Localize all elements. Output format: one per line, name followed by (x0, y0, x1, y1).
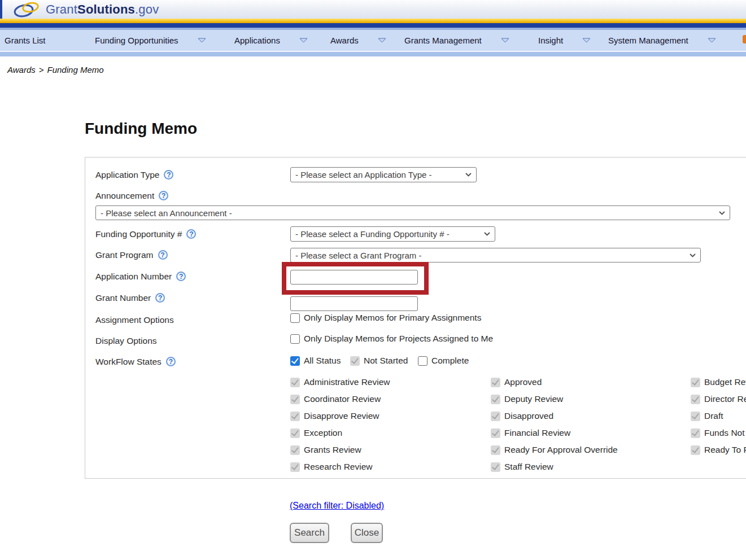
announcement-select[interactable]: - Please select an Announcement - (95, 205, 730, 220)
application-type-label-row: Application Type ? (95, 169, 173, 180)
checkbox-disabled (691, 445, 700, 455)
projects-assigned-option: Only Display Memos for Projects Assigned… (290, 334, 493, 344)
checkbox-projects-assigned[interactable] (290, 334, 300, 344)
nav-funding-opportunities[interactable]: Funding Opportunities (95, 30, 206, 51)
workflow-state-item: Director Review (691, 394, 746, 404)
checkbox-disabled (691, 378, 700, 387)
checkbox-disabled (290, 412, 300, 421)
breadcrumb-current: Funding Memo (47, 65, 104, 75)
breadcrumb: Awards > Funding Memo (7, 65, 104, 75)
help-icon[interactable]: ? (186, 229, 196, 239)
breadcrumb-awards[interactable]: Awards (7, 65, 36, 75)
display-options-label: Display Options (95, 335, 157, 346)
dropdown-arrow-icon (582, 38, 591, 43)
breadcrumb-separator: > (39, 65, 44, 75)
grantsolutions-logo[interactable]: GrantSolutions.gov (12, 1, 159, 19)
checkbox-disabled (290, 428, 300, 438)
help-icon[interactable]: ? (166, 357, 176, 366)
chevron-down-icon (484, 232, 490, 236)
workflow-state-item: Coordinator Review (290, 394, 381, 404)
checkbox-disabled (691, 412, 700, 421)
checkbox-disabled (491, 395, 500, 404)
nav-grants-list[interactable]: Grants List (5, 30, 46, 51)
grant-program-label-row: Grant Program ? (95, 250, 168, 260)
funding-opportunity-select[interactable]: - Please select a Funding Opportunity # … (290, 226, 495, 242)
workflow-states-label-row: WorkFlow States ? (95, 356, 176, 367)
application-number-input[interactable] (290, 270, 418, 285)
workflow-state-item: Administrative Review (290, 377, 390, 387)
workflow-state-item: Draft (691, 411, 723, 421)
page-title: Funding Memo (85, 120, 197, 138)
dropdown-arrow-icon (708, 38, 716, 43)
application-type-select[interactable]: - Please select an Application Type - (290, 167, 477, 182)
help-icon[interactable]: ? (164, 170, 173, 180)
application-number-label-row: Application Number ? (95, 271, 186, 282)
close-button[interactable]: Close (351, 523, 383, 543)
logo-text: GrantSolutions.gov (46, 2, 159, 17)
header-left-edge (0, 0, 2, 19)
assignment-options-label: Assignment Options (95, 314, 174, 325)
announcement-label-row: Announcement ? (95, 190, 168, 201)
nav-insight[interactable]: Insight (538, 30, 591, 51)
primary-assignments-option: Only Display Memos for Primary Assignmen… (290, 313, 481, 323)
workflow-state-item: Ready To Fund (691, 445, 746, 455)
checkbox-disabled (290, 395, 300, 404)
workflow-state-item: Ready For Approval Override (491, 445, 618, 455)
chevron-down-icon (690, 253, 696, 257)
workflow-state-item: Budget Review (691, 377, 746, 387)
help-icon[interactable]: ? (159, 191, 168, 200)
grant-program-select[interactable]: - Please select a Grant Program - (290, 248, 701, 262)
nav-system-management[interactable]: System Management (608, 30, 716, 51)
logo-ellipses-icon (12, 1, 42, 18)
workflow-state-item: Approved (491, 377, 542, 387)
search-filter-link[interactable]: (Search filter: Disabled) (290, 501, 384, 511)
grant-number-label-row: Grant Number ? (95, 292, 165, 303)
checkbox-not-started (350, 356, 360, 366)
checkbox-disabled (290, 378, 300, 387)
workflow-state-item: Deputy Review (491, 394, 563, 404)
status-complete: Complete (418, 356, 469, 366)
dropdown-arrow-icon (198, 38, 206, 43)
search-button[interactable]: Search (290, 523, 329, 543)
checkbox-disabled (491, 412, 500, 421)
blue-stripe (0, 23, 746, 28)
checkbox-all-status[interactable] (290, 356, 300, 366)
yellow-stripe (0, 19, 746, 23)
checkbox-disabled (290, 445, 300, 455)
clipped-edge-icon (743, 35, 746, 43)
dropdown-arrow-icon (378, 38, 386, 43)
checkbox-complete[interactable] (418, 356, 427, 366)
help-icon[interactable]: ? (158, 250, 168, 260)
status-not-started: Not Started (350, 356, 408, 366)
checkbox-disabled (491, 378, 500, 387)
help-icon[interactable]: ? (176, 272, 186, 281)
checkbox-disabled (290, 462, 300, 472)
nav-awards[interactable]: Awards (330, 30, 386, 51)
checkbox-disabled (691, 428, 700, 438)
dropdown-arrow-icon (501, 38, 509, 43)
checkbox-disabled (491, 428, 500, 438)
workflow-state-item: Staff Review (491, 462, 553, 472)
nav-applications[interactable]: Applications (234, 30, 308, 51)
grant-number-input[interactable] (290, 296, 418, 311)
workflow-state-item: Research Review (290, 462, 372, 472)
status-all-status: All Status (290, 356, 341, 366)
checkbox-disabled (491, 462, 500, 472)
workflow-state-item: Disapprove Review (290, 411, 379, 421)
checkbox-primary-assignments[interactable] (290, 313, 300, 323)
chevron-down-icon (719, 211, 725, 215)
funding-memo-search-panel: Application Type ? - Please select an Ap… (85, 157, 746, 479)
workflow-state-item: Disapproved (491, 411, 553, 421)
sub-nav-stripe (0, 52, 746, 56)
chevron-down-icon (465, 173, 472, 177)
nav-grants-management[interactable]: Grants Management (404, 30, 509, 51)
help-icon[interactable]: ? (155, 293, 165, 303)
funding-opportunity-label-row: Funding Opportunity # ? (95, 229, 196, 239)
checkbox-disabled (491, 445, 500, 455)
workflow-state-item: Exception (290, 428, 342, 438)
workflow-state-item: Grants Review (290, 445, 361, 455)
workflow-state-item: Financial Review (491, 428, 570, 438)
checkbox-disabled (691, 395, 700, 404)
dropdown-arrow-icon (299, 38, 308, 43)
workflow-state-item: Funds Not Available (691, 428, 746, 438)
